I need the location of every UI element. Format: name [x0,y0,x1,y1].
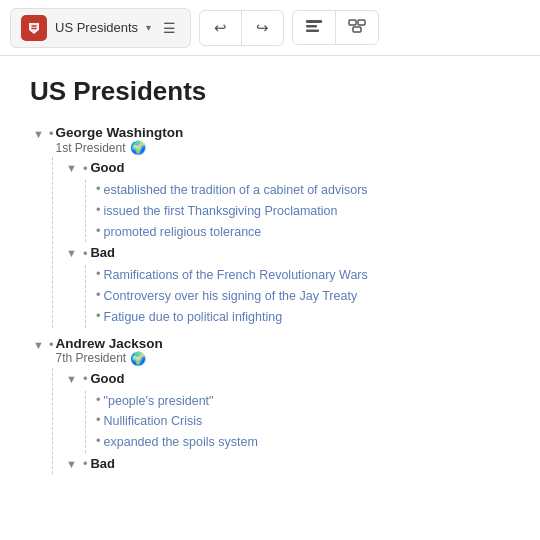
bullet-washington-bad: • [83,246,88,261]
svg-rect-3 [349,20,356,25]
list-item: • Ramifications of the French Revolution… [96,265,510,286]
list-item: • promoted religious tolerance [96,222,510,243]
bullet-jackson: • [49,337,54,352]
list-item: • expanded the spoils system [96,432,510,453]
washington-bad-label: Bad [90,245,115,260]
washington-good-items: • established the tradition of a cabinet… [85,180,510,242]
presidents-tree: ▼ • George Washington 1st President 🌍 ▼ … [30,125,510,474]
washington-good-label: Good [90,160,124,175]
leaf-text: expanded the spoils system [104,433,258,452]
leaf-text: Fatigue due to political infighting [104,308,283,327]
jackson-subtitle: 7th President 🌍 [55,351,162,366]
forward-button[interactable]: ↪ [242,11,283,45]
jackson-good-label: Good [90,371,124,386]
leaf-text: "people's president" [104,392,214,411]
svg-rect-4 [358,20,365,25]
svg-rect-1 [306,25,317,28]
leaf-text: Nullification Crisis [104,412,203,431]
toggle-jackson-good[interactable]: ▼ [63,371,80,387]
bullet-jackson-bad: • [83,456,88,471]
page-title: US Presidents [30,76,510,107]
jackson-children: ▼ • Good • "people's president" • Nullif… [52,368,510,474]
leaf-text: promoted religious tolerance [104,223,262,242]
nav-buttons: ↩ ↪ [199,10,284,46]
outline-view-button[interactable] [293,11,336,44]
list-item: • Controversy over his signing of the Ja… [96,286,510,307]
toggle-washington-good[interactable]: ▼ [63,160,80,176]
globe-icon-jackson: 🌍 [130,351,146,366]
leaf-text: established the tradition of a cabinet o… [104,181,368,200]
main-content: US Presidents ▼ • George Washington 1st … [0,56,540,540]
svg-rect-0 [306,20,322,23]
view-buttons [292,10,379,45]
svg-rect-5 [353,27,361,32]
jackson-good-items: • "people's president" • Nullification C… [85,391,510,453]
toggle-jackson-bad[interactable]: ▼ [63,456,80,472]
chevron-down-icon: ▾ [146,22,151,33]
washington-bad-section: ▼ • Bad • Ramifications of the French Re… [63,242,510,327]
list-item: • established the tradition of a cabinet… [96,180,510,201]
washington-content: George Washington 1st President 🌍 [55,125,183,155]
leaf-text: Controversy over his signing of the Jay … [104,287,358,306]
leaf-text: issued the first Thanksgiving Proclamati… [104,202,338,221]
list-item: • Nullification Crisis [96,411,510,432]
president-item-jackson: ▼ • Andrew Jackson 7th President 🌍 ▼ • [30,336,510,474]
bullet-jackson-good: • [83,371,88,386]
jackson-bad-section: ▼ • Bad [63,453,510,474]
washington-good-section: ▼ • Good • established the tradition of … [63,157,510,242]
list-item: • "people's president" [96,391,510,412]
globe-icon-washington: 🌍 [130,140,146,155]
jackson-content: Andrew Jackson 7th President 🌍 [55,336,162,366]
list-item: • Fatigue due to political infighting [96,307,510,328]
svg-rect-2 [306,30,319,33]
toggle-jackson[interactable]: ▼ [30,337,47,353]
toggle-washington[interactable]: ▼ [30,126,47,142]
toolbar: US Presidents ▾ ☰ ↩ ↪ [0,0,540,56]
bullet-washington: • [49,126,54,141]
toggle-washington-bad[interactable]: ▼ [63,245,80,261]
washington-children: ▼ • Good • established the tradition of … [52,157,510,328]
doc-selector[interactable]: US Presidents ▾ ☰ [10,8,191,48]
list-item: • issued the first Thanksgiving Proclama… [96,201,510,222]
jackson-bad-label: Bad [90,456,115,471]
back-button[interactable]: ↩ [200,11,242,45]
jackson-name: Andrew Jackson [55,336,162,351]
leaf-text: Ramifications of the French Revolutionar… [104,266,368,285]
bullet-washington-good: • [83,161,88,176]
president-item-washington: ▼ • George Washington 1st President 🌍 ▼ … [30,125,510,328]
washington-bad-items: • Ramifications of the French Revolution… [85,265,510,327]
map-view-button[interactable] [336,11,378,44]
doc-title-label: US Presidents [55,20,138,35]
hamburger-icon[interactable]: ☰ [159,18,180,38]
washington-subtitle: 1st President 🌍 [55,140,183,155]
washington-name: George Washington [55,125,183,140]
app-logo-icon [21,15,47,41]
jackson-good-section: ▼ • Good • "people's president" • Nullif… [63,368,510,453]
